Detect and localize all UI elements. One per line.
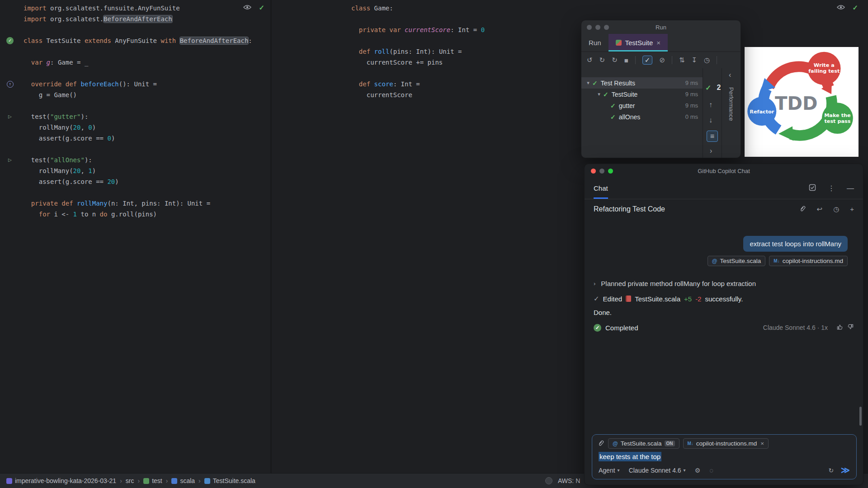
- close-button[interactable]: [587, 25, 592, 30]
- scala-file-icon: [626, 296, 631, 302]
- override-gutter-icon[interactable]: ↑: [0, 81, 20, 88]
- code-text: test("allOnes"):: [20, 155, 92, 165]
- context-chip-instructions[interactable]: M↓ copilot-instructions.md ×: [683, 438, 769, 449]
- breadcrumb-item[interactable]: scala: [171, 477, 195, 484]
- previous-test-icon[interactable]: ↑: [709, 101, 712, 109]
- test-tree-row[interactable]: ✓allOnes0 ms: [581, 111, 703, 122]
- expand-chevron-icon[interactable]: ▾: [595, 91, 603, 97]
- code-text: [20, 24, 27, 35]
- test-results-tree[interactable]: ▾✓Test Results9 ms▾✓TestSuite9 ms✓gutter…: [581, 68, 703, 158]
- test-tree-row[interactable]: ▾✓Test Results9 ms: [581, 77, 703, 89]
- auto-test-icon[interactable]: ↻: [612, 56, 618, 64]
- run-gutter-icon[interactable]: ▷: [0, 111, 20, 122]
- context-chip[interactable]: M↓copilot-instructions.md: [769, 256, 848, 266]
- planned-step-row[interactable]: › Planned private method rollMany for lo…: [594, 280, 756, 287]
- minimize-button[interactable]: [599, 169, 604, 174]
- expand-panel-icon[interactable]: ›: [710, 147, 712, 155]
- filter-tests-icon[interactable]: ≡: [707, 131, 718, 142]
- remove-chip-icon[interactable]: ×: [760, 440, 764, 447]
- thumbs-up-icon[interactable]: [836, 324, 843, 332]
- show-ignored-icon[interactable]: ⊘: [659, 56, 665, 64]
- breadcrumb-item[interactable]: TestSuite.scala: [204, 477, 255, 484]
- tab-testsuite[interactable]: TestSuite ×: [609, 34, 668, 52]
- code-area-testsuite[interactable]: import org.scalatest.funsuite.AnyFunSuit…: [0, 0, 271, 220]
- tools-icon[interactable]: ⚙: [695, 467, 701, 474]
- copilot-titlebar[interactable]: GitHub Copilot Chat: [585, 164, 863, 178]
- chat-input-box[interactable]: @ TestSuite.scala ON M↓ copilot-instruct…: [592, 434, 857, 479]
- code-text: [20, 100, 27, 111]
- toolbar-separator: [635, 56, 636, 64]
- zoom-button[interactable]: [608, 169, 613, 174]
- edited-file-row[interactable]: ✓ Edited TestSuite.scala +5 -2 successfu…: [594, 295, 743, 303]
- select-edits-icon[interactable]: [809, 184, 816, 193]
- editor-pane-testsuite[interactable]: import org.scalatest.funsuite.AnyFunSuit…: [0, 0, 271, 473]
- run-gutter-icon[interactable]: ▷: [0, 155, 20, 165]
- code-text: private def rollMany(n: Int, pins: Int):…: [20, 198, 210, 209]
- chevron-right-icon[interactable]: ›: [594, 280, 595, 287]
- eye-icon[interactable]: [837, 4, 845, 12]
- code-text: [20, 46, 27, 57]
- rerun-icon[interactable]: ↺: [587, 56, 593, 64]
- test-tree-row[interactable]: ✓gutter9 ms: [581, 100, 703, 111]
- next-test-icon[interactable]: ↓: [709, 116, 712, 124]
- show-passed-icon[interactable]: ✓: [642, 56, 653, 65]
- chat-scrollbar-thumb[interactable]: [859, 407, 862, 426]
- breadcrumb-item[interactable]: test: [143, 477, 162, 484]
- code-line: [0, 100, 271, 111]
- sort-icon[interactable]: ⇅: [679, 56, 685, 64]
- minimize-panel-icon[interactable]: —: [847, 184, 854, 192]
- stop-icon[interactable]: ■: [624, 56, 628, 64]
- breadcrumb-item-label: scala: [180, 477, 195, 484]
- aws-status-label[interactable]: AWS: N: [558, 477, 580, 484]
- zoom-button[interactable]: [604, 25, 609, 30]
- prompt-input[interactable]: keep tests at the top: [598, 453, 851, 460]
- eye-icon[interactable]: [243, 4, 251, 12]
- kebab-menu-icon[interactable]: ⋮: [828, 184, 835, 192]
- collapse-strip-icon[interactable]: ‹: [729, 71, 731, 79]
- context-chip-file[interactable]: @ TestSuite.scala ON: [608, 438, 679, 449]
- run-window-titlebar[interactable]: Run: [581, 20, 741, 34]
- passed-counter: ✓ 2 t: [705, 84, 722, 92]
- expand-chevron-icon[interactable]: ▾: [584, 80, 592, 86]
- code-text: class Game:: [348, 3, 393, 14]
- new-chat-icon[interactable]: +: [850, 205, 854, 213]
- breadcrumb-item[interactable]: src: [126, 477, 134, 484]
- tdd-center-label: TDD: [775, 93, 817, 114]
- attach-icon[interactable]: [799, 205, 806, 213]
- edited-filename[interactable]: TestSuite.scala: [635, 295, 680, 303]
- tab-run[interactable]: Run: [581, 34, 609, 52]
- completed-label: Completed: [605, 324, 638, 332]
- test-passed-icon: ✓: [610, 113, 616, 121]
- close-button[interactable]: [591, 169, 596, 174]
- performance-tab[interactable]: Performance: [728, 87, 735, 121]
- agent-label: Agent: [599, 467, 615, 474]
- code-line: assert(g.score == 0): [0, 133, 271, 144]
- test-tree-row[interactable]: ▾✓TestSuite9 ms: [581, 89, 703, 100]
- rerun-failed-icon[interactable]: ↻: [599, 56, 605, 64]
- notification-icon[interactable]: [545, 477, 552, 484]
- code-line: import org.scalatest.funsuite.AnyFunSuit…: [0, 3, 271, 14]
- breadcrumb-item[interactable]: imperative-bowling-kata-2026-03-21: [6, 477, 116, 484]
- inspections-ok-icon[interactable]: ✓: [852, 4, 858, 12]
- undo-icon[interactable]: ↩: [817, 205, 823, 213]
- context-usage-icon[interactable]: ◌: [709, 467, 713, 474]
- test-history-icon[interactable]: ◷: [704, 56, 710, 64]
- model-dropdown[interactable]: Claude Sonnet 4.6 ▾: [629, 467, 686, 474]
- runall-gutter-icon[interactable]: ✓: [0, 37, 20, 44]
- code-text: def roll(pins: Int): Unit =: [348, 46, 462, 57]
- agent-mode-dropdown[interactable]: Agent ▾: [599, 467, 620, 474]
- breadcrumb-item-icon: [204, 478, 210, 484]
- attach-icon[interactable]: [598, 440, 604, 448]
- thumbs-down-icon[interactable]: [847, 324, 854, 332]
- send-icon[interactable]: ≫: [841, 465, 850, 475]
- secondary-send-icon[interactable]: ↻: [828, 467, 834, 474]
- inspections-ok-icon[interactable]: ✓: [259, 4, 264, 12]
- code-text: currentScore += pins: [348, 57, 443, 68]
- tab-chat[interactable]: Chat: [594, 178, 608, 199]
- context-chip[interactable]: @TestSuite.scala: [708, 256, 766, 266]
- history-icon[interactable]: ◷: [833, 205, 839, 213]
- tdd-blue-label: Refactor: [750, 109, 774, 115]
- minimize-button[interactable]: [595, 25, 600, 30]
- expand-all-icon[interactable]: ↧: [692, 56, 698, 64]
- close-tab-icon[interactable]: ×: [656, 39, 660, 47]
